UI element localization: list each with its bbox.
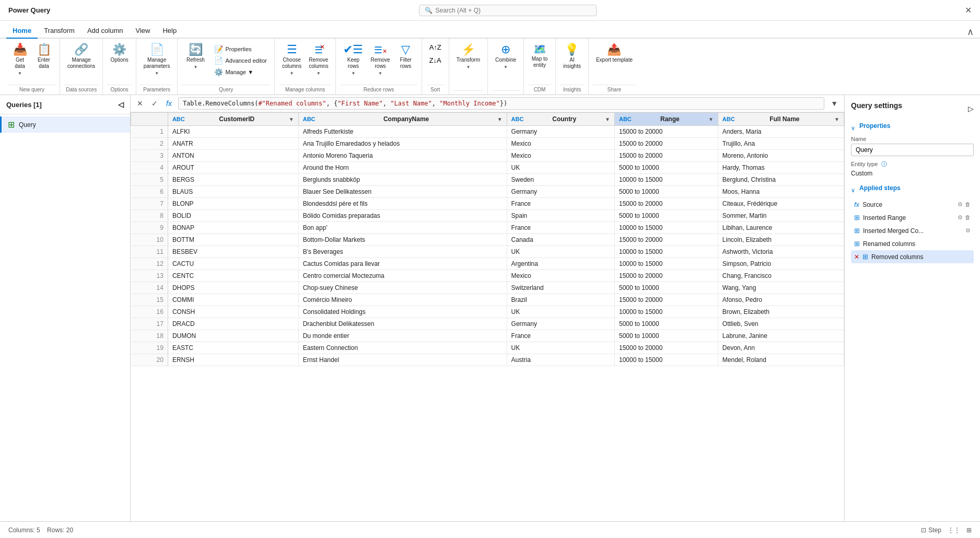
step-inserted-merged[interactable]: ⊞ Inserted Merged Co... ⚙	[851, 224, 974, 237]
map-to-entity-button[interactable]: 🗺️ Map toentity	[528, 42, 551, 71]
search-box[interactable]: 🔍	[419, 5, 597, 16]
range-filter-button[interactable]: ▼	[708, 116, 714, 122]
col-header-range[interactable]: ABC Range ▼	[614, 113, 718, 126]
keep-rows-button[interactable]: ✔☰ Keeprows ▼	[340, 42, 366, 78]
cell-companyname: Ernst Handel	[298, 354, 507, 366]
step-source[interactable]: fx Source ⚙ 🗑	[851, 198, 974, 211]
table-row: 2 ANATR Ana Trujillo Emaredados y helado…	[131, 138, 844, 150]
collapse-ribbon-button[interactable]: ∧	[967, 27, 974, 37]
close-button[interactable]: ✕	[965, 5, 972, 15]
cell-country: France	[507, 222, 614, 234]
formula-input[interactable]: Table.RemoveColumns(#"Renamed columns", …	[178, 97, 824, 110]
collapse-queries-button[interactable]: ◁	[118, 100, 124, 109]
data-grid[interactable]: ABC CustomerID ▼ ABC CompanyName ▼	[131, 112, 844, 521]
refresh-button[interactable]: 🔄 Refresh ▼	[182, 42, 209, 72]
entity-type-info-icon[interactable]: ⓘ	[881, 161, 887, 167]
columns-status: Columns: 5	[8, 527, 40, 534]
menu-add-column[interactable]: Add column	[81, 24, 130, 39]
col-header-companyname[interactable]: ABC CompanyName ▼	[298, 113, 507, 126]
manage-button[interactable]: ⚙️ Manage ▼	[211, 67, 270, 77]
get-data-button[interactable]: 📥 Getdata ▼	[8, 42, 31, 78]
ribbon-group-label-parameters: Parameters	[141, 85, 173, 95]
sort-descending-button[interactable]: Z↓A	[426, 55, 445, 66]
name-input[interactable]	[851, 144, 974, 156]
cell-range: 15000 to 20000	[614, 150, 718, 162]
row-num: 14	[131, 282, 168, 294]
filter-rows-icon: ▽	[401, 44, 410, 55]
search-input[interactable]	[436, 7, 591, 14]
combine-icon: ⊕	[501, 44, 510, 55]
filter-rows-button[interactable]: ▽ Filterrows	[394, 42, 417, 72]
formula-confirm-button[interactable]: ✓	[149, 98, 160, 109]
enter-data-button[interactable]: 📋 Enterdata	[32, 42, 55, 72]
expand-query-settings-button[interactable]: ▷	[968, 104, 974, 113]
cell-fullname: Mendel, Roland	[718, 354, 844, 366]
cell-fullname: Moreno, Antonio	[718, 150, 844, 162]
cell-fullname: Trujillo, Ana	[718, 138, 844, 150]
col-header-customerid[interactable]: ABC CustomerID ▼	[168, 113, 298, 126]
formula-bar: ✕ ✓ fx Table.RemoveColumns(#"Renamed col…	[131, 95, 844, 112]
formula-expand-button[interactable]: ▼	[829, 98, 840, 109]
options-button[interactable]: ⚙️ Options	[107, 42, 131, 65]
title-bar: Power Query 🔍 ✕	[0, 0, 980, 21]
remove-columns-button[interactable]: ☰✕ Removecolumns ▼	[306, 42, 331, 78]
grid-view-button[interactable]: ⊞	[966, 527, 972, 534]
cell-country: Canada	[507, 234, 614, 246]
menu-view[interactable]: View	[130, 24, 157, 39]
diagram-view-button[interactable]: ⋮⋮	[948, 527, 960, 534]
combine-button[interactable]: ⊕ Combine ▼	[492, 42, 519, 72]
row-num: 4	[131, 162, 168, 174]
table-row: 17 DRACD Drachenblut Delikatessen German…	[131, 318, 844, 330]
step-inserted-merged-gear-icon[interactable]: ⚙	[965, 227, 971, 234]
export-template-button[interactable]: 📤 Export template	[593, 42, 636, 65]
country-filter-button[interactable]: ▼	[605, 116, 610, 122]
companyname-filter-button[interactable]: ▼	[497, 116, 503, 122]
transform-button[interactable]: ⚡ Transform ▼	[453, 42, 483, 72]
applied-steps-toggle[interactable]: ∨	[851, 187, 855, 194]
keep-rows-icon: ✔☰	[343, 44, 363, 55]
cell-fullname: Sommer, Martin	[718, 210, 844, 222]
cell-customerid: BLONP	[168, 198, 298, 210]
fullname-filter-button[interactable]: ▼	[834, 116, 839, 122]
ribbon-group-insights: 💡 AIinsights Insights	[556, 39, 589, 95]
step-removed-columns-error-icon: ✕	[854, 253, 859, 261]
manage-connections-button[interactable]: 🔗 Manageconnections	[64, 42, 98, 72]
step-renamed-columns[interactable]: ⊞ Renamed columns	[851, 237, 974, 250]
cell-range: 10000 to 15000	[614, 174, 718, 186]
formula-cancel-button[interactable]: ✕	[135, 98, 145, 109]
col-header-country[interactable]: ABC Country ▼	[507, 113, 614, 126]
row-num: 15	[131, 294, 168, 306]
step-source-gear-icon[interactable]: ⚙	[958, 201, 963, 208]
advanced-editor-button[interactable]: 📄 Advanced editor	[211, 55, 270, 66]
step-source-delete-icon[interactable]: 🗑	[965, 201, 971, 208]
manage-parameters-button[interactable]: 📄 Manageparameters ▼	[141, 42, 173, 78]
menu-home[interactable]: Home	[6, 24, 38, 39]
menu-help[interactable]: Help	[156, 24, 183, 39]
step-inserted-range-delete-icon[interactable]: 🗑	[965, 214, 971, 221]
cell-country: France	[507, 330, 614, 342]
step-inserted-range[interactable]: ⊞ Inserted Range ⚙ 🗑	[851, 211, 974, 224]
menu-transform[interactable]: Transform	[38, 24, 81, 39]
sort-ascending-button[interactable]: A↑Z	[426, 42, 445, 53]
ribbon-group-sort: A↑Z Z↓A Sort	[422, 39, 449, 95]
step-removed-columns[interactable]: ✕ ⊞ Removed columns	[851, 250, 974, 263]
ai-insights-button[interactable]: 💡 AIinsights	[560, 42, 584, 72]
properties-toggle[interactable]: ∨	[851, 125, 855, 132]
ribbon-group-label-insights: Insights	[560, 85, 584, 95]
transform-icon: ⚡	[461, 44, 475, 55]
step-button[interactable]: ⊡ Step	[921, 527, 941, 534]
applied-steps-section: ∨ Applied steps fx Source ⚙ 🗑 ⊞ Inserted…	[851, 184, 974, 263]
remove-columns-icon: ☰✕	[314, 44, 323, 55]
step-removed-columns-label: Removed columns	[871, 253, 923, 261]
query-item[interactable]: ⊞ Query	[0, 116, 130, 133]
cell-companyname: Around the Horn	[298, 162, 507, 174]
cell-fullname: Simpson, Patricio	[718, 258, 844, 270]
customerid-filter-button[interactable]: ▼	[289, 116, 294, 122]
remove-rows-button[interactable]: ☰✕ Removerows ▼	[367, 42, 393, 78]
ribbon-group-transform: ⚡ Transform ▼	[449, 39, 488, 95]
step-inserted-range-gear-icon[interactable]: ⚙	[958, 214, 963, 221]
properties-button[interactable]: 📝 Properties	[211, 44, 270, 54]
choose-columns-button[interactable]: ☰ Choosecolumns ▼	[279, 42, 305, 78]
cell-companyname: B's Beverages	[298, 246, 507, 258]
col-header-fullname[interactable]: ABC Full Name ▼	[718, 113, 844, 126]
